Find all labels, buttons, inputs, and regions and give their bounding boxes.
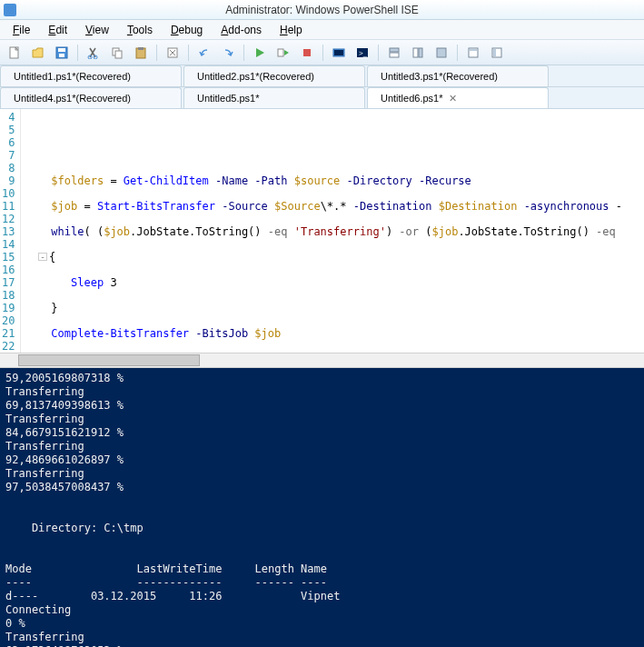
svg-rect-12 [303, 49, 311, 56]
paste-button[interactable] [130, 43, 152, 63]
tab-label: Untitled2.ps1*(Recovered) [197, 71, 314, 82]
redo-button[interactable] [217, 43, 239, 63]
menu-tools[interactable]: Tools [120, 22, 160, 38]
save-button[interactable] [51, 43, 73, 63]
svg-rect-3 [59, 54, 64, 57]
run-script-button[interactable] [249, 43, 271, 63]
svg-rect-23 [470, 49, 477, 51]
tab-untitled6[interactable]: Untitled6.ps1*✕ [367, 87, 549, 108]
script-editor[interactable]: 456789101112131415161718192021222324 $fo… [0, 109, 644, 353]
svg-text:>_: >_ [359, 49, 368, 57]
show-script-pane-right-button[interactable] [407, 43, 429, 63]
svg-rect-19 [413, 48, 418, 57]
menu-help[interactable]: Help [272, 22, 310, 38]
toolbar: >_ [0, 40, 644, 65]
tab-label: Untitled3.ps1*(Recovered) [381, 71, 498, 82]
undo-button[interactable] [193, 43, 215, 63]
menu-addons[interactable]: Add-ons [213, 22, 269, 38]
menu-edit[interactable]: Edit [41, 22, 74, 38]
svg-rect-7 [115, 51, 122, 58]
show-script-pane-top-button[interactable] [383, 43, 405, 63]
close-icon[interactable]: ✕ [449, 93, 457, 105]
tab-row-1: Untitled1.ps1*(Recovered) Untitled2.ps1*… [0, 65, 644, 87]
svg-rect-20 [419, 48, 422, 57]
menu-bar: File Edit View Tools Debug Add-ons Help [0, 20, 644, 40]
show-command-window-button[interactable] [486, 43, 508, 63]
clear-console-button[interactable] [162, 43, 183, 63]
menu-view[interactable]: View [78, 22, 116, 38]
tab-label: Untitled1.ps1*(Recovered) [14, 71, 131, 82]
run-selection-button[interactable] [272, 43, 294, 63]
tab-row-2: Untitled4.ps1*(Recovered) Untitled5.ps1*… [0, 87, 644, 109]
show-script-pane-max-button[interactable] [431, 43, 452, 63]
svg-rect-14 [334, 50, 343, 55]
new-file-button[interactable] [4, 43, 25, 63]
svg-rect-2 [58, 48, 65, 52]
menu-debug[interactable]: Debug [163, 22, 210, 38]
svg-rect-18 [390, 53, 399, 57]
cut-button[interactable] [83, 43, 104, 63]
window-titlebar: Administrator: Windows PowerShell ISE [0, 0, 644, 20]
start-powershell-button[interactable]: >_ [352, 43, 373, 63]
svg-rect-21 [437, 48, 446, 57]
svg-rect-25 [493, 49, 496, 56]
tab-untitled3[interactable]: Untitled3.ps1*(Recovered) [367, 65, 549, 86]
tab-untitled2[interactable]: Untitled2.ps1*(Recovered) [183, 65, 365, 86]
stop-button[interactable] [296, 43, 318, 63]
open-file-button[interactable] [27, 43, 49, 63]
svg-rect-9 [138, 47, 144, 50]
tab-untitled1[interactable]: Untitled1.ps1*(Recovered) [0, 65, 182, 86]
window-title: Administrator: Windows PowerShell ISE [225, 4, 419, 16]
scroll-thumb[interactable] [18, 354, 200, 366]
svg-rect-17 [390, 48, 399, 52]
line-gutter: 456789101112131415161718192021222324 [0, 109, 21, 353]
copy-button[interactable] [106, 43, 128, 63]
code-area[interactable]: $folders = Get-ChildItem -Name -Path $so… [21, 109, 644, 353]
app-icon [4, 4, 16, 16]
tab-untitled5[interactable]: Untitled5.ps1* [183, 87, 365, 108]
new-remote-tab-button[interactable] [328, 43, 350, 63]
show-command-addon-button[interactable] [462, 43, 484, 63]
svg-rect-11 [278, 49, 283, 56]
console-pane[interactable]: 59,2005169807318 % Transferring 69,81374… [0, 368, 644, 647]
tab-label: Untitled4.ps1*(Recovered) [14, 93, 131, 104]
tab-untitled4[interactable]: Untitled4.ps1*(Recovered) [0, 87, 182, 108]
tab-label: Untitled6.ps1* [381, 93, 443, 104]
menu-file[interactable]: File [5, 22, 37, 38]
tab-label: Untitled5.ps1* [197, 93, 260, 104]
horizontal-scrollbar[interactable] [0, 353, 644, 368]
